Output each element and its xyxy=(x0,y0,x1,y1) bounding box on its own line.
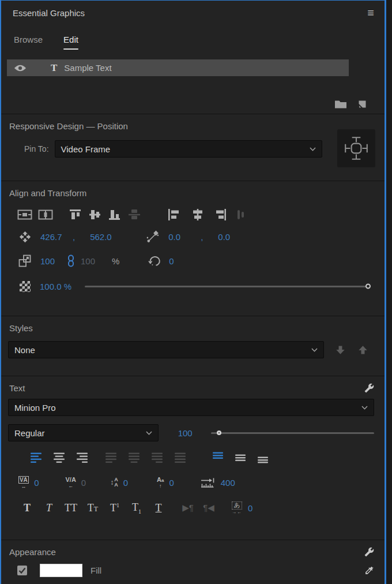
opacity-slider[interactable] xyxy=(85,286,367,287)
layer-row[interactable]: T Sample Text xyxy=(7,59,349,76)
subscript-button[interactable]: T1 xyxy=(126,501,148,515)
align-vertical-center-icon[interactable] xyxy=(88,207,103,222)
position-move-icon xyxy=(17,231,32,243)
rotation-icon xyxy=(147,255,162,267)
align-top-icon[interactable] xyxy=(68,207,83,222)
layer-list: T Sample Text xyxy=(1,54,385,114)
leading-value[interactable]: 0 xyxy=(123,478,128,488)
push-style-down-icon[interactable] xyxy=(336,345,345,355)
position-separator: , xyxy=(73,232,75,242)
fill-row: Fill xyxy=(1,564,385,577)
scale-width-value[interactable]: 100 xyxy=(40,256,63,266)
link-scale-icon[interactable] xyxy=(67,254,75,267)
small-caps-button[interactable]: TT xyxy=(82,502,104,514)
position-y-value[interactable]: 562.0 xyxy=(90,232,121,242)
styles-dropdown[interactable]: None xyxy=(8,341,324,358)
position-x-value[interactable]: 426.7 xyxy=(40,232,71,242)
rotation-value[interactable]: 0 xyxy=(169,256,174,266)
align-right-icon[interactable] xyxy=(213,207,228,222)
responsive-design-section: Responsive Design — Position Pin To: Vid… xyxy=(1,114,385,181)
underline-button[interactable]: T xyxy=(148,502,169,514)
styles-section: Styles None xyxy=(1,316,385,376)
tracking-value[interactable]: 0 xyxy=(34,478,39,488)
align-text-left-icon[interactable] xyxy=(30,452,42,463)
panel-menu-icon[interactable]: ≡ xyxy=(367,7,374,18)
sync-style-up-icon[interactable] xyxy=(358,345,368,355)
eyedropper-icon[interactable] xyxy=(364,566,374,575)
visibility-eye-icon[interactable] xyxy=(14,64,27,72)
tab-edit[interactable]: Edit xyxy=(63,35,78,44)
distribute-horizontally-icon-disabled xyxy=(233,207,248,222)
align-horizontal-center-icon[interactable] xyxy=(190,207,205,222)
appearance-section: Appearance Fill xyxy=(1,540,385,584)
align-text-center-icon[interactable] xyxy=(53,452,65,463)
tsume-character-spacing-icon[interactable]: あ →← xyxy=(232,501,242,515)
paragraph-ltr-icon-disabled: ▶¶ xyxy=(178,503,198,513)
align-left-icon[interactable] xyxy=(166,207,181,222)
align-text-bottom-icon[interactable] xyxy=(257,452,269,463)
panel-title: Essential Graphics xyxy=(13,8,85,18)
faux-bold-button[interactable]: T xyxy=(16,502,38,514)
tab-browse[interactable]: Browse xyxy=(14,35,43,44)
superscript-button[interactable]: T1 xyxy=(104,502,126,514)
all-caps-button[interactable]: TT xyxy=(60,502,82,514)
fill-checkbox-checked[interactable] xyxy=(17,566,27,575)
opacity-slider-handle[interactable] xyxy=(365,284,371,289)
scale-icon xyxy=(17,254,32,267)
text-style-buttons-row: T T TT TT T1 T1 T ▶¶ ¶◀ あ →← 0 xyxy=(16,498,385,518)
opacity-value[interactable]: 100.0 % xyxy=(40,282,85,291)
faux-italic-button[interactable]: T xyxy=(38,502,60,514)
anchor-y-value[interactable]: 0.0 xyxy=(218,232,249,242)
align-text-right-icon[interactable] xyxy=(76,452,88,463)
new-group-folder-icon[interactable] xyxy=(334,99,347,109)
scale-height-value-linked: 100 xyxy=(81,256,104,266)
anchor-point-icon xyxy=(145,230,160,243)
leading-icon: ↕ AA xyxy=(110,477,118,488)
justify-last-center-icon-disabled xyxy=(128,452,140,463)
layer-actions xyxy=(1,99,385,114)
font-size-value[interactable]: 100 xyxy=(178,428,193,438)
tracking-icon: VA ↔ xyxy=(18,476,29,489)
align-bottom-icon[interactable] xyxy=(107,207,122,222)
fill-color-swatch[interactable] xyxy=(40,564,82,577)
align-text-middle-icon[interactable] xyxy=(235,452,246,463)
paragraph-rtl-icon-disabled: ¶◀ xyxy=(198,503,219,513)
appearance-header: Appearance xyxy=(9,547,56,557)
justify-last-right-icon-disabled xyxy=(151,452,163,463)
opacity-row: 100.0 % xyxy=(17,273,367,300)
appearance-settings-wrench-icon[interactable] xyxy=(364,547,374,557)
font-size-slider[interactable] xyxy=(211,432,374,434)
pin-anchor-widget[interactable] xyxy=(337,129,375,167)
fill-label: Fill xyxy=(91,566,101,575)
chevron-down-icon xyxy=(361,406,368,410)
pin-to-dropdown[interactable]: Video Frame xyxy=(55,140,322,158)
justify-last-left-icon-disabled xyxy=(105,452,117,463)
center-vertically-in-frame-icon[interactable] xyxy=(38,207,53,222)
align-text-top-icon[interactable] xyxy=(212,452,224,463)
font-style-value: Regular xyxy=(14,428,45,438)
baseline-shift-value[interactable]: 0 xyxy=(169,478,174,488)
text-settings-wrench-icon[interactable] xyxy=(364,383,374,393)
anchor-separator: , xyxy=(201,232,203,242)
tsume-value[interactable]: 0 xyxy=(248,503,252,513)
pin-to-label: Pin To: xyxy=(24,144,49,154)
scale-row: 100 100 % 0 xyxy=(17,249,385,273)
layer-name: Sample Text xyxy=(64,63,111,73)
text-section: Text Minion Pro Regular 100 xyxy=(1,376,385,540)
new-layer-icon[interactable] xyxy=(357,99,367,109)
font-family-dropdown[interactable]: Minion Pro xyxy=(8,399,374,416)
justify-all-icon-disabled xyxy=(174,452,186,463)
center-horizontally-in-frame-icon[interactable] xyxy=(17,207,32,222)
ruler-spacing-value[interactable]: 400 xyxy=(221,478,235,488)
opacity-checkerboard-icon xyxy=(20,281,31,292)
chevron-down-icon xyxy=(310,147,316,151)
panel-header: Essential Graphics ≡ xyxy=(1,1,385,25)
font-style-dropdown[interactable]: Regular xyxy=(8,424,159,441)
anchor-x-value[interactable]: 0.0 xyxy=(168,232,199,242)
text-layer-icon: T xyxy=(51,62,57,74)
styles-value: None xyxy=(14,345,35,355)
tab-bar: Browse Edit xyxy=(1,25,385,54)
text-header: Text xyxy=(9,383,25,393)
align-transform-header: Align and Transform xyxy=(9,188,86,198)
font-size-slider-handle[interactable] xyxy=(217,430,221,435)
